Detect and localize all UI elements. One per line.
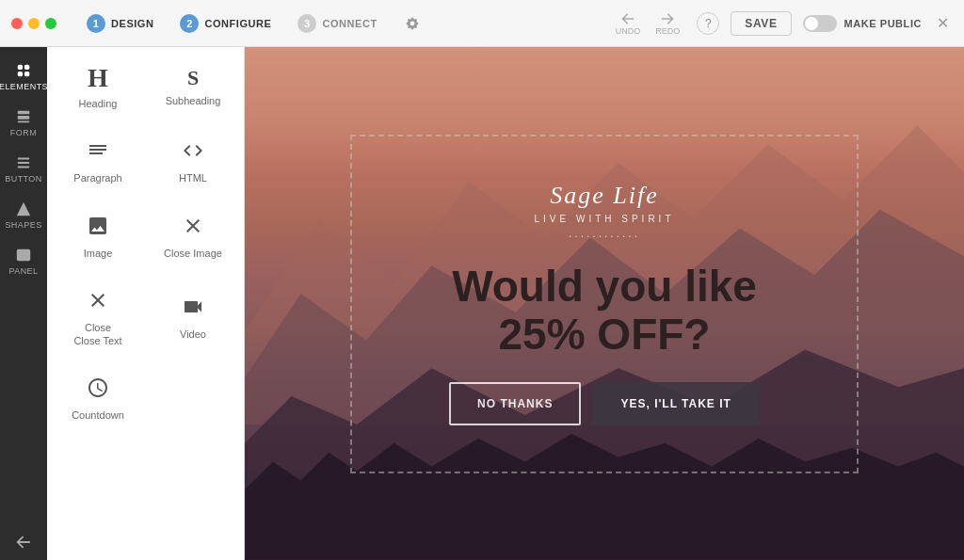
logo-dots: ............: [534, 227, 674, 240]
close-close-text-label: Close Close Text: [73, 321, 121, 348]
elements-grid: H Heading S Subheading Paragraph HTM: [47, 47, 244, 440]
element-paragraph[interactable]: Paragraph: [51, 125, 145, 199]
redo-button[interactable]: REDO: [650, 8, 685, 40]
toggle-thumb: [805, 17, 818, 30]
logo-tagline: LIVE WITH SPIRIT: [534, 214, 674, 224]
close-text-icon: [87, 289, 109, 315]
html-icon: [182, 139, 204, 166]
image-label: Image: [84, 247, 113, 260]
paragraph-label: Paragraph: [73, 171, 121, 184]
video-label: Video: [180, 328, 206, 341]
main-layout: ELEMENTS FORM BUTTON SHAPES PANEL H: [0, 47, 964, 560]
undo-button[interactable]: UNDO: [610, 8, 647, 40]
save-button[interactable]: SAVE: [731, 11, 791, 36]
sidebar-item-panel[interactable]: PANEL: [2, 239, 45, 283]
step-configure-label: CONFIGURE: [204, 18, 271, 29]
elements-panel: H Heading S Subheading Paragraph HTM: [47, 47, 245, 560]
image-icon: [87, 215, 109, 241]
step-design-num: 1: [87, 14, 105, 33]
undo-redo-group: UNDO REDO: [610, 8, 686, 40]
sidebar-form-label: FORM: [10, 128, 37, 137]
logo-text: Sage Life: [534, 182, 674, 210]
sidebar-elements-label: ELEMENTS: [0, 82, 48, 91]
element-close-close-text[interactable]: Close Close Text: [51, 275, 145, 362]
element-countdown[interactable]: Countdown: [51, 362, 145, 436]
cta-buttons: NO THANKS YES, I'LL TAKE IT: [449, 382, 760, 425]
close-image-icon: [182, 215, 204, 241]
settings-button[interactable]: [398, 9, 426, 38]
left-sidebar: ELEMENTS FORM BUTTON SHAPES PANEL: [0, 47, 47, 560]
sidebar-panel-label: PANEL: [8, 266, 38, 276]
step-configure-num: 2: [180, 14, 199, 33]
heading-label: Heading: [79, 97, 118, 110]
make-public-toggle-wrap: MAKE PUBLIC: [803, 15, 922, 32]
step-connect[interactable]: 3 CONNECT: [284, 8, 390, 39]
nav-steps: 1 DESIGN 2 CONFIGURE 3 CONNECT: [73, 8, 391, 39]
maximize-window-control[interactable]: [45, 18, 56, 29]
yes-take-it-button[interactable]: YES, I'LL TAKE IT: [592, 382, 759, 425]
window-controls: [11, 18, 56, 29]
sidebar-item-shapes[interactable]: SHAPES: [2, 193, 45, 237]
element-video[interactable]: Video: [146, 275, 240, 362]
step-configure[interactable]: 2 CONFIGURE: [167, 8, 284, 39]
logo-area: Sage Life LIVE WITH SPIRIT ............: [534, 182, 674, 240]
step-connect-label: CONNECT: [322, 18, 377, 29]
minimize-window-control[interactable]: [28, 18, 40, 29]
paragraph-icon: [87, 139, 109, 166]
element-subheading[interactable]: S Subheading: [146, 51, 240, 124]
sidebar-shapes-label: SHAPES: [5, 220, 41, 230]
sidebar-button-label: BUTTON: [5, 174, 42, 184]
element-html[interactable]: HTML: [146, 125, 240, 199]
heading-icon: H: [88, 65, 108, 91]
close-window-control[interactable]: [11, 18, 23, 29]
element-close-image[interactable]: Close Image: [146, 200, 240, 274]
sidebar-item-form[interactable]: FORM: [2, 101, 45, 145]
step-design-label: DESIGN: [111, 18, 153, 29]
close-image-label: Close Image: [164, 247, 222, 260]
top-bar-right: UNDO REDO ? SAVE MAKE PUBLIC ✕: [610, 8, 953, 40]
close-editor-button[interactable]: ✕: [933, 10, 953, 36]
sidebar-item-button[interactable]: BUTTON: [2, 147, 45, 191]
sidebar-item-elements[interactable]: ELEMENTS: [2, 55, 45, 99]
countdown-label: Countdown: [72, 408, 124, 422]
step-design[interactable]: 1 DESIGN: [73, 8, 167, 39]
countdown-icon: [87, 376, 109, 403]
subheading-icon: S: [187, 68, 199, 88]
popup-container: Sage Life LIVE WITH SPIRIT ............ …: [350, 135, 859, 473]
no-thanks-button[interactable]: NO THANKS: [449, 382, 581, 425]
subheading-label: Subheading: [166, 94, 221, 107]
make-public-toggle[interactable]: [803, 15, 837, 32]
element-image[interactable]: Image: [51, 200, 145, 274]
popup-headline: Would you like25% OFF?: [452, 263, 757, 358]
top-bar: 1 DESIGN 2 CONFIGURE 3 CONNECT UNDO REDO: [0, 0, 964, 47]
element-heading[interactable]: H Heading: [51, 51, 145, 124]
make-public-label: MAKE PUBLIC: [844, 18, 922, 29]
step-connect-num: 3: [297, 14, 316, 33]
video-icon: [182, 296, 204, 322]
html-label: HTML: [179, 171, 207, 184]
canvas-area: Sage Life LIVE WITH SPIRIT ............ …: [245, 47, 964, 560]
help-button[interactable]: ?: [697, 12, 719, 35]
sidebar-back-button[interactable]: [2, 524, 45, 560]
